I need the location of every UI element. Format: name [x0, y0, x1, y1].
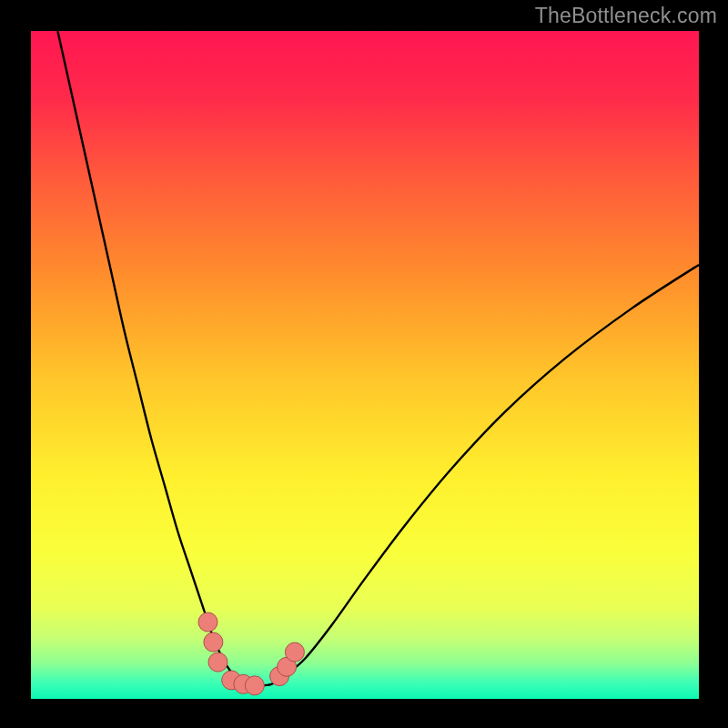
marker-point [245, 676, 264, 695]
plot-background [31, 31, 699, 699]
bottleneck-chart [0, 0, 728, 728]
chart-frame: TheBottleneck.com [0, 0, 728, 728]
marker-point [204, 632, 223, 652]
marker-point [285, 642, 304, 662]
marker-point [198, 612, 217, 632]
marker-point [208, 652, 228, 672]
